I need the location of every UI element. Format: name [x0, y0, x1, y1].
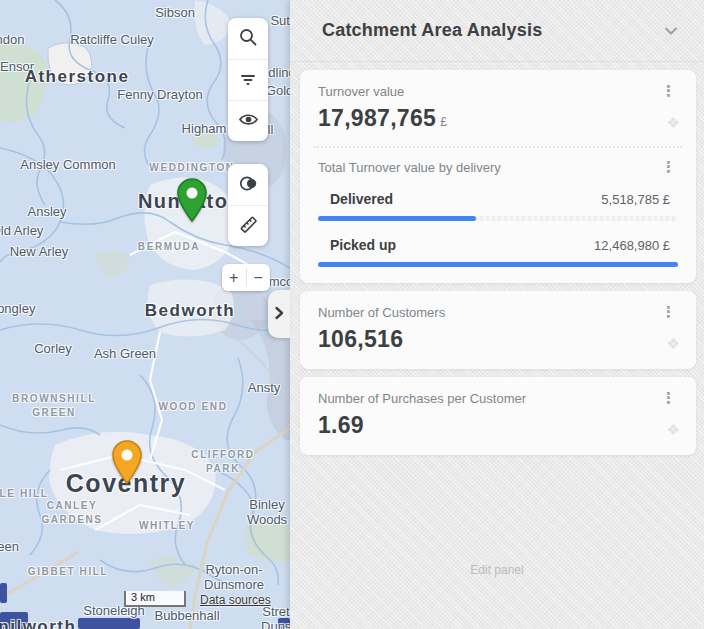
purchases-label: Number of Purchases per Customer: [318, 391, 526, 406]
customers-menu-icon[interactable]: ⋮: [659, 305, 678, 319]
purchases-value: 1.69: [318, 412, 678, 439]
delivered-progress-track: [318, 216, 678, 221]
chevron-right-icon: [273, 306, 285, 323]
pickedup-name: Picked up: [330, 237, 396, 253]
turnover-value: 17,987,765: [318, 105, 436, 131]
ruler-icon: [238, 214, 259, 238]
zoom-in-button[interactable]: +: [222, 264, 246, 291]
card-divider: [314, 146, 682, 148]
panel-collapse-button[interactable]: [268, 290, 290, 338]
delivered-progress-fill: [318, 216, 476, 221]
turnover-card: Turnover value ⋮ 17,987,765£ ❖ Total Tur…: [300, 70, 696, 283]
map-canvas[interactable]: SibsonndonRatcliffe CuleySuttEnsorAthers…: [0, 0, 290, 629]
widget-handle-icon: ❖: [667, 114, 680, 132]
delivery-row-delivered: Delivered 5,518,785 £: [318, 191, 678, 207]
motorway-shield-fragment: [278, 618, 290, 629]
delivery-row-pickedup: Picked up 12,468,980 £: [318, 237, 678, 253]
orange-map-pin[interactable]: [112, 440, 142, 484]
contrast-icon: [238, 173, 259, 197]
delivered-value: 5,518,785 £: [601, 192, 670, 207]
eye-icon: [238, 109, 259, 133]
map-toolbar-secondary: [228, 164, 268, 246]
search-icon: [238, 27, 258, 50]
panel-title: Catchment Area Analysis: [322, 20, 542, 41]
contrast-tool-button[interactable]: [228, 164, 268, 205]
turnover-label: Turnover value: [318, 84, 404, 99]
chevron-down-icon[interactable]: [662, 22, 680, 40]
zoom-control: + −: [222, 264, 270, 291]
pickedup-value: 12,468,980 £: [594, 238, 670, 253]
motorway-shield-fragment: [0, 583, 7, 603]
turnover-value-row: 17,987,765£: [318, 105, 678, 132]
filter-list-icon: [238, 69, 258, 92]
customers-label: Number of Customers: [318, 305, 445, 320]
scale-label: 3 km: [131, 591, 155, 603]
customers-card: Number of Customers ⋮ 106,516 ❖: [300, 291, 696, 369]
customers-value: 106,516: [318, 326, 678, 353]
visibility-tool-button[interactable]: [228, 100, 268, 141]
delivery-label: Total Turnover value by delivery: [318, 160, 501, 175]
edit-panel-button[interactable]: Edit panel: [290, 563, 704, 577]
purchases-menu-icon[interactable]: ⋮: [659, 391, 678, 405]
search-tool-button[interactable]: [228, 18, 268, 59]
motorway-shield-fragment: [0, 612, 28, 629]
widget-handle-icon: ❖: [667, 421, 680, 439]
map-toolbar-primary: [228, 18, 268, 141]
app-root: SibsonndonRatcliffe CuleySuttEnsorAthers…: [0, 0, 704, 629]
measure-tool-button[interactable]: [228, 205, 268, 246]
green-map-pin[interactable]: [177, 178, 207, 222]
turnover-menu-icon[interactable]: ⋮: [659, 84, 678, 98]
delivered-name: Delivered: [330, 191, 393, 207]
turnover-currency: £: [440, 115, 447, 129]
pickedup-progress-track: [318, 262, 678, 267]
motorway-shield-fragment: [78, 618, 140, 629]
analysis-panel: Catchment Area Analysis Turnover value ⋮…: [290, 0, 704, 629]
zoom-out-button[interactable]: −: [247, 264, 271, 291]
panel-header: Catchment Area Analysis: [290, 0, 704, 62]
filter-tool-button[interactable]: [228, 59, 268, 100]
widget-handle-icon: ❖: [667, 335, 680, 353]
purchases-card: Number of Purchases per Customer ⋮ 1.69 …: [300, 377, 696, 455]
data-sources-link[interactable]: Data sources: [200, 593, 271, 607]
map-scale-bar: 3 km: [124, 591, 186, 607]
pickedup-progress-fill: [318, 262, 678, 267]
delivery-menu-icon[interactable]: ⋮: [659, 160, 678, 174]
